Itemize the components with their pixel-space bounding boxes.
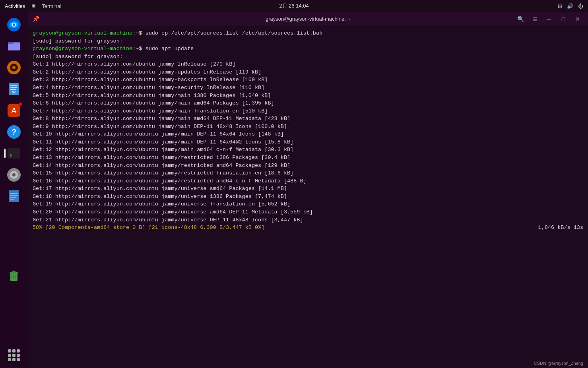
cmd-2: sudo apt update: [142, 46, 194, 52]
terminal-line-20: Get:16 http://mirrors.aliyun.com/ubuntu …: [33, 177, 583, 185]
top-bar-left: Activities ▣ Terminal: [5, 3, 61, 9]
sidebar-icon-thunderbird[interactable]: [4, 15, 23, 34]
svg-point-24: [12, 173, 16, 176]
download-speed: 1,846 kB/s 13s: [538, 224, 583, 232]
terminal-line-1: grayson@grayson-virtual-machine:~$ sudo …: [33, 29, 583, 37]
terminal-line-9: Get:5 http://mirrors.aliyun.com/ubuntu j…: [33, 92, 583, 100]
terminal-line-8: Get:4 http://mirrors.aliyun.com/ubuntu j…: [33, 84, 583, 92]
titlebar-left: 📌: [33, 15, 39, 22]
terminal-line-25: Get:21 http://mirrors.aliyun.com/ubuntu …: [33, 216, 583, 224]
terminal-pin-icon: 📌: [33, 15, 39, 22]
prompt-user-host-2: grayson@grayson-virtual-machine: [33, 46, 132, 52]
top-bar-datetime: 2月 26 14:04: [279, 2, 309, 10]
terminal-line-4: [sudo] password for grayson:: [33, 53, 583, 61]
terminal-line-18: Get:14 http://mirrors.aliyun.com/ubuntu …: [33, 162, 583, 170]
svg-rect-5: [8, 43, 20, 50]
terminal-line-2: [sudo] password for grayson:: [33, 37, 583, 45]
terminal-line-12: Get:8 http://mirrors.aliyun.com/ubuntu j…: [33, 115, 583, 123]
sidebar-icon-help[interactable]: ?: [4, 122, 23, 141]
svg-rect-25: [9, 190, 19, 202]
svg-rect-27: [10, 195, 17, 196]
svg-rect-28: [10, 197, 16, 198]
terminal-title: grayson@grayson-virtual-machine: ~: [266, 16, 350, 22]
cmd-1: sudo cp /etc/apt/sources.list /etc/apt/s…: [142, 30, 322, 36]
svg-text:W: W: [12, 90, 16, 94]
terminal-content: grayson@grayson-virtual-machine:~$ sudo …: [28, 26, 588, 368]
sidebar-icon-rhythmbox[interactable]: [4, 58, 23, 77]
terminal-line-13: Get:9 http://mirrors.aliyun.com/ubuntu j…: [33, 123, 583, 131]
progress-text: 58% [20 Components-amd64 store 0 B] [21 …: [33, 224, 264, 232]
svg-rect-32: [12, 271, 16, 273]
app-name-label: Terminal: [42, 3, 61, 9]
terminal-line-24: Get:20 http://mirrors.aliyun.com/ubuntu …: [33, 208, 583, 216]
active-indicator: [4, 149, 6, 158]
terminal-titlebar: 📌 grayson@grayson-virtual-machine: ~ 🔍 ☰…: [28, 12, 588, 26]
terminal-line-15: Get:11 http://mirrors.aliyun.com/ubuntu …: [33, 138, 583, 146]
titlebar-buttons: 🔍 ☰ ─ □ ✕: [515, 14, 583, 25]
terminal-line-23: Get:19 http://mirrors.aliyun.com/ubuntu …: [33, 200, 583, 208]
terminal-line-17: Get:13 http://mirrors.aliyun.com/ubuntu …: [33, 154, 583, 162]
grid-dots-icon: [8, 349, 20, 361]
terminal-line-7: Get:3 http://mirrors.aliyun.com/ubuntu j…: [33, 76, 583, 84]
svg-point-3: [13, 23, 15, 26]
search-button[interactable]: 🔍: [515, 14, 526, 25]
volume-icon[interactable]: 🔊: [567, 3, 573, 9]
svg-rect-12: [10, 87, 17, 88]
terminal-line-11: Get:7 http://mirrors.aliyun.com/ubuntu j…: [33, 107, 583, 115]
prompt-path-1: :~$: [132, 30, 142, 36]
svg-point-9: [12, 66, 16, 69]
svg-rect-6: [8, 42, 14, 44]
sidebar-icon-text-editor[interactable]: [4, 187, 23, 206]
sidebar-icon-libreoffice-writer[interactable]: W: [4, 79, 23, 99]
sidebar-icon-files[interactable]: [4, 37, 23, 56]
svg-text:A: A: [11, 106, 17, 115]
terminal-line-10: Get:6 http://mirrors.aliyun.com/ubuntu j…: [33, 99, 583, 107]
terminal-line-22: Get:18 http://mirrors.aliyun.com/ubuntu …: [33, 193, 583, 201]
terminal-line-21: Get:17 http://mirrors.aliyun.com/ubuntu …: [33, 185, 583, 193]
top-bar: Activities ▣ Terminal 2月 26 14:04 ⊞ 🔊 ⏻: [0, 0, 588, 12]
terminal-line-6: Get:2 http://mirrors.aliyun.com/ubuntu j…: [33, 68, 583, 76]
maximize-button[interactable]: □: [558, 14, 569, 25]
prompt-path-2: :~$: [132, 46, 142, 52]
sidebar-icon-app-store[interactable]: A: [4, 101, 23, 120]
prompt-user-host-1: grayson@grayson-virtual-machine: [33, 30, 132, 36]
svg-rect-29: [10, 199, 14, 199]
svg-rect-20: [8, 148, 20, 151]
network-icon[interactable]: ⊞: [558, 3, 562, 9]
top-bar-right: ⊞ 🔊 ⏻: [558, 3, 583, 9]
sidebar-icon-terminal[interactable]: $_: [4, 144, 23, 163]
hamburger-button[interactable]: ☰: [529, 14, 540, 25]
terminal-progress-line: 58% [20 Components-amd64 store 0 B] [21 …: [33, 224, 583, 232]
terminal-window: 📌 grayson@grayson-virtual-machine: ~ 🔍 ☰…: [28, 12, 588, 368]
terminal-line-14: Get:10 http://mirrors.aliyun.com/ubuntu …: [33, 130, 583, 138]
activities-label[interactable]: Activities: [5, 3, 25, 9]
sidebar-icon-dvd[interactable]: [4, 165, 23, 184]
close-button[interactable]: ✕: [572, 14, 583, 25]
terminal-line-5: Get:1 http://mirrors.aliyun.com/ubuntu j…: [33, 60, 583, 68]
svg-rect-26: [10, 193, 17, 194]
sidebar-icon-trash[interactable]: [4, 266, 23, 285]
terminal-line-16: Get:12 http://mirrors.aliyun.com/ubuntu …: [33, 146, 583, 154]
minimize-button[interactable]: ─: [543, 14, 555, 25]
sidebar-show-apps[interactable]: [4, 346, 23, 365]
svg-rect-11: [10, 85, 17, 86]
svg-text:?: ?: [12, 128, 16, 136]
watermark: CSDN @Grayson_Zheng: [534, 361, 583, 366]
app-name-icon: ▣: [31, 3, 35, 9]
notification-dot: [19, 103, 22, 106]
svg-text:$_: $_: [10, 153, 15, 158]
power-icon[interactable]: ⏻: [578, 3, 583, 9]
terminal-line-3: grayson@grayson-virtual-machine:~$ sudo …: [33, 45, 583, 53]
terminal-line-19: Get:15 http://mirrors.aliyun.com/ubuntu …: [33, 169, 583, 177]
sidebar: W A ? $_: [0, 12, 28, 368]
